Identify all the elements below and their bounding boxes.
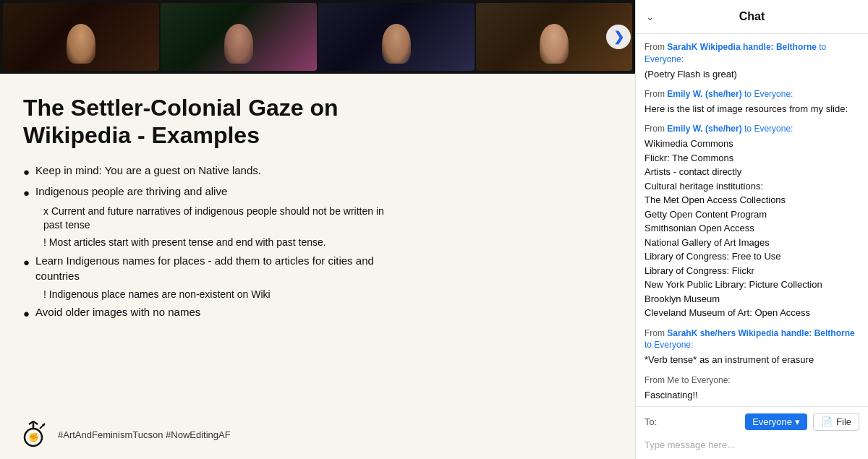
- chat-msg-body-1: (Poetry Flash is great): [644, 67, 859, 82]
- bullet-2: ● Indigenous people are thriving and ali…: [23, 184, 399, 200]
- chat-msg-from-3: From Emily W. (she/her) to Everyone:: [644, 123, 859, 135]
- chat-input[interactable]: [644, 437, 859, 453]
- to-label: To:: [644, 416, 657, 427]
- chat-msg-body-5: Fascinating!!: [644, 388, 859, 403]
- file-button[interactable]: 📄 File: [813, 413, 859, 431]
- bullet-dot-4: ●: [23, 306, 30, 321]
- chat-message-5: From Me to Everyone: Fascinating!!: [644, 374, 859, 402]
- chat-message-4: From SarahK she/hers Wikipedia handle: B…: [644, 327, 859, 367]
- sender-name-1: SarahK Wikipedia handle: Belthorne: [667, 42, 817, 52]
- footer-hashtags: #ArtAndFeminismTucson #NowEditingAF: [58, 429, 231, 440]
- bullet-3: ● Learn Indigenous names for places - ad…: [23, 253, 399, 283]
- bullet-dot-1: ●: [23, 164, 30, 179]
- video-thumb-2: [161, 3, 317, 71]
- chat-msg-from-1: From SarahK Wikipedia handle: Belthorne …: [644, 41, 859, 66]
- chat-header: ⌄ Chat: [636, 0, 868, 34]
- sub-bullet-3: ! Indigenous place names are non-existen…: [43, 288, 399, 302]
- bullet-1: ● Keep in mind: You are a guest on Nativ…: [23, 163, 399, 179]
- chat-message-3: From Emily W. (she/her) to Everyone: Wik…: [644, 123, 859, 319]
- chat-msg-body-3: Wikimedia Commons Flickr: The Commons Ar…: [644, 137, 859, 320]
- footer-icon: ✊: [17, 419, 49, 450]
- chat-msg-from-5: From Me to Everyone:: [644, 374, 859, 387]
- from-me-label: From Me to Everyone:: [644, 375, 731, 385]
- chat-msg-from-4: From SarahK she/hers Wikipedia handle: B…: [644, 327, 859, 352]
- to-everyone-3: to Everyone:: [742, 124, 793, 134]
- chat-to-row: To: Everyone ▾ 📄 File: [644, 413, 859, 431]
- slide-title: The Settler-Colonial Gaze on Wikipedia -…: [23, 94, 370, 150]
- sub-bullet-2: ! Most articles start with present tense…: [43, 236, 399, 250]
- main-area: ❯ Recording The Settler-Colonial Gaze on…: [0, 0, 635, 459]
- presentation-area: Recording The Settler-Colonial Gaze on W…: [0, 74, 635, 459]
- bullet-dot-2: ●: [23, 185, 30, 200]
- bullet-text-4: Avoid older images with no names: [35, 304, 200, 321]
- slide-body: ● Keep in mind: You are a guest on Nativ…: [23, 163, 399, 447]
- file-label: File: [836, 416, 851, 427]
- file-icon: 📄: [821, 416, 833, 427]
- to-everyone-2: to Everyone:: [742, 89, 793, 99]
- next-video-arrow[interactable]: ❯: [606, 25, 631, 49]
- sender-name-4: SarahK she/hers Wikipedia handle: Beltho…: [667, 328, 854, 338]
- chevron-down-icon: ▾: [795, 416, 800, 427]
- chat-msg-body-2: Here is the list of image resources from…: [644, 102, 859, 116]
- video-strip: ❯: [0, 0, 635, 74]
- chat-panel: ⌄ Chat From SarahK Wikipedia handle: Bel…: [635, 0, 868, 459]
- slide-footer: ✊ #ArtAndFeminismTucson #NowEditingAF: [17, 419, 231, 450]
- chat-msg-from-2: From Emily W. (she/her) to Everyone:: [644, 88, 859, 100]
- video-thumb-1: [3, 3, 159, 71]
- video-thumb-3: [318, 3, 475, 71]
- chat-footer: To: Everyone ▾ 📄 File: [636, 406, 868, 459]
- slide-content: The Settler-Colonial Gaze on Wikipedia -…: [0, 74, 635, 459]
- bullet-4: ● Avoid older images with no names: [23, 304, 399, 321]
- chat-message-2: From Emily W. (she/her) to Everyone: Her…: [644, 88, 859, 116]
- everyone-label: Everyone: [752, 416, 792, 427]
- bullet-dot-3: ●: [23, 254, 30, 283]
- chat-msg-body-4: *Verb tense* as an instrument of erasure: [644, 353, 859, 367]
- to-everyone-button[interactable]: Everyone ▾: [745, 413, 807, 430]
- to-everyone-4: to Everyone:: [644, 340, 693, 350]
- chat-collapse-chevron[interactable]: ⌄: [646, 11, 655, 22]
- sender-name-2: Emily W. (she/her): [667, 89, 741, 99]
- bullet-text-2: Indigenous people are thriving and alive: [35, 184, 227, 200]
- chat-title: Chat: [739, 10, 765, 23]
- bullet-text-3: Learn Indigenous names for places - add …: [35, 253, 399, 283]
- chat-messages: From SarahK Wikipedia handle: Belthorne …: [636, 34, 868, 406]
- bullet-text-1: Keep in mind: You are a guest on Native …: [35, 163, 261, 179]
- sub-bullet-1: x Current and future narratives of indig…: [43, 205, 399, 233]
- sender-name-3: Emily W. (she/her): [667, 124, 741, 134]
- svg-text:✊: ✊: [28, 432, 39, 442]
- chat-message-1: From SarahK Wikipedia handle: Belthorne …: [644, 41, 859, 81]
